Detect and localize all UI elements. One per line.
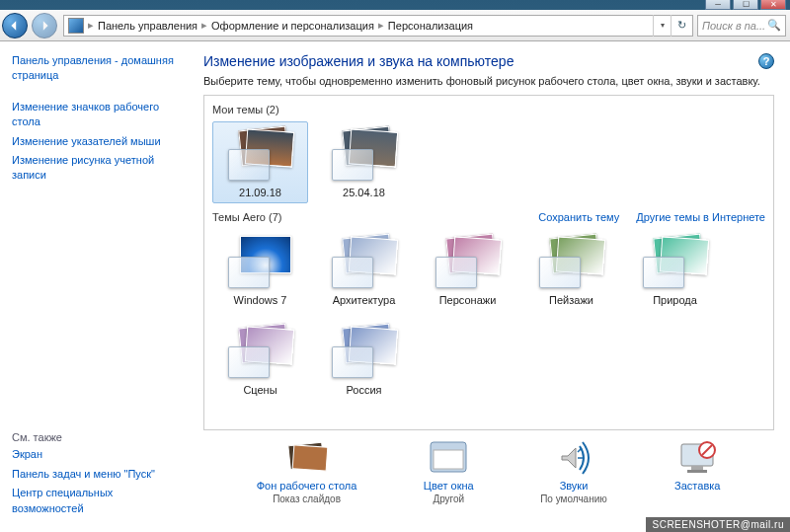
section-header-my-themes: Мои темы (2) — [212, 104, 279, 115]
see-also-header: См. также — [12, 431, 176, 443]
desktop-background-button[interactable]: Фон рабочего стола Показ слайдов — [257, 440, 357, 504]
theme-item[interactable]: 21.09.18 — [212, 121, 308, 203]
bottom-sub: По умолчанию — [540, 494, 607, 504]
save-theme-link[interactable]: Сохранить тему — [538, 211, 619, 223]
svg-rect-5 — [691, 466, 703, 470]
sidebar-link-account-picture[interactable]: Изменение рисунка учетной записи — [12, 153, 176, 184]
sidebar-link-desktop-icons[interactable]: Изменение значков рабочего стола — [12, 100, 176, 130]
back-button[interactable] — [2, 13, 28, 38]
bottom-title: Заставка — [674, 480, 720, 492]
bottom-sub: Показ слайдов — [273, 494, 341, 504]
theme-item[interactable]: Архитектура — [316, 229, 412, 311]
theme-item[interactable]: Персонажи — [420, 229, 515, 311]
content-area: ? Изменение изображения и звука на компь… — [188, 41, 790, 532]
theme-label: Природа — [653, 294, 697, 306]
window-color-button[interactable]: Цвет окна Другой — [424, 440, 474, 504]
theme-label: Россия — [346, 384, 381, 396]
minimize-button[interactable]: ─ — [705, 0, 731, 10]
bottom-title: Фон рабочего стола — [257, 480, 357, 492]
location-icon — [68, 18, 84, 34]
theme-item[interactable]: Природа — [627, 229, 723, 311]
section-header-aero-themes: Темы Aero (7) — [212, 211, 281, 223]
address-dropdown-button[interactable]: ▾ — [653, 15, 671, 37]
breadcrumb[interactable]: Оформление и персонализация — [207, 20, 378, 32]
forward-button[interactable] — [32, 13, 57, 38]
speaker-icon — [550, 440, 597, 476]
theme-label: Персонажи — [439, 294, 497, 306]
theme-label: 21.09.18 — [239, 187, 281, 198]
theme-item[interactable]: Пейзажи — [523, 229, 619, 311]
theme-label: Сцены — [243, 384, 276, 396]
svg-rect-6 — [687, 470, 707, 473]
breadcrumb[interactable]: Персонализация — [384, 20, 477, 32]
maximize-button[interactable]: ☐ — [733, 0, 758, 10]
search-placeholder: Поиск в па... — [702, 20, 765, 32]
page-subtitle: Выберите тему, чтобы одновременно измени… — [203, 75, 774, 87]
help-icon[interactable]: ? — [758, 53, 774, 69]
title-bar: ─ ☐ ✕ — [0, 0, 790, 10]
bottom-settings-row: Фон рабочего стола Показ слайдов Цвет ок… — [203, 430, 774, 504]
address-bar[interactable]: ▸ Панель управления ▸ Оформление и персо… — [63, 15, 693, 37]
page-title: Изменение изображения и звука на компьют… — [203, 53, 774, 69]
sidebar-seealso-display[interactable]: Экран — [12, 447, 176, 462]
bottom-sub: Другой — [433, 494, 464, 504]
theme-item[interactable]: 25.04.18 — [316, 121, 412, 203]
screensaver-icon — [673, 440, 721, 476]
sidebar-link-pointers[interactable]: Изменение указателей мыши — [12, 134, 176, 149]
watermark: SCREENSHOTER@mail.ru — [646, 517, 790, 532]
sidebar-seealso-ease[interactable]: Центр специальных возможностей — [12, 486, 176, 516]
nav-bar: ▸ Панель управления ▸ Оформление и персо… — [0, 10, 790, 41]
breadcrumb[interactable]: Панель управления — [94, 20, 201, 32]
theme-item[interactable]: Windows 7 — [212, 229, 308, 311]
close-button[interactable]: ✕ — [760, 0, 786, 10]
theme-label: Windows 7 — [234, 294, 287, 306]
sidebar-seealso-taskbar[interactable]: Панель задач и меню "Пуск" — [12, 467, 176, 482]
theme-label: 25.04.18 — [343, 187, 385, 198]
search-icon: 🔍 — [767, 19, 781, 32]
sidebar-link-home[interactable]: Панель управления - домашняя страница — [12, 53, 176, 84]
svg-rect-3 — [434, 450, 463, 469]
themes-list[interactable]: Мои темы (2) 21.09.18 — [203, 95, 774, 430]
bottom-title: Цвет окна — [424, 480, 474, 492]
theme-label: Архитектура — [333, 294, 396, 306]
sounds-button[interactable]: Звуки По умолчанию — [540, 440, 607, 504]
search-input[interactable]: Поиск в па... 🔍 — [697, 15, 786, 37]
theme-item[interactable]: Россия — [316, 319, 412, 401]
svg-rect-1 — [292, 445, 328, 471]
more-themes-link[interactable]: Другие темы в Интернете — [636, 211, 765, 223]
bottom-title: Звуки — [560, 480, 589, 492]
theme-label: Пейзажи — [549, 294, 593, 306]
sidebar: Панель управления - домашняя страница Из… — [0, 41, 188, 532]
theme-item[interactable]: Сцены — [212, 319, 308, 401]
screensaver-button[interactable]: Заставка — [673, 440, 721, 504]
refresh-button[interactable]: ↻ — [671, 15, 692, 37]
